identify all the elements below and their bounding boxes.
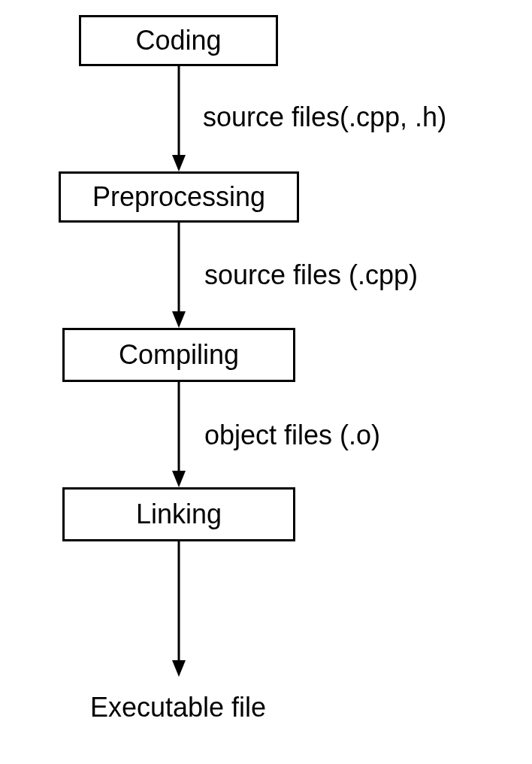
svg-marker-5 <box>172 471 186 487</box>
arrow-coding-to-preprocessing <box>169 66 189 171</box>
arrow-linking-to-executable <box>169 541 189 677</box>
arrow-compiling-to-linking <box>169 382 189 487</box>
preprocessing-box: Preprocessing <box>59 171 299 223</box>
edge-label-source-files-cpp: source files (.cpp) <box>204 259 418 291</box>
compiling-label: Compiling <box>119 339 239 371</box>
coding-box: Coding <box>79 15 278 66</box>
edge-label-object-files: object files (.o) <box>204 420 380 451</box>
linking-box: Linking <box>62 487 295 541</box>
coding-label: Coding <box>135 25 221 56</box>
svg-marker-7 <box>172 660 186 677</box>
preprocessing-label: Preprocessing <box>92 181 265 213</box>
compiling-box: Compiling <box>62 328 295 382</box>
executable-file-label: Executable file <box>90 692 266 723</box>
linking-label: Linking <box>136 499 222 530</box>
svg-marker-3 <box>172 311 186 328</box>
arrow-preprocessing-to-compiling <box>169 223 189 328</box>
svg-marker-1 <box>172 155 186 171</box>
edge-label-source-files-cpp-h: source files(.cpp, .h) <box>203 102 446 133</box>
